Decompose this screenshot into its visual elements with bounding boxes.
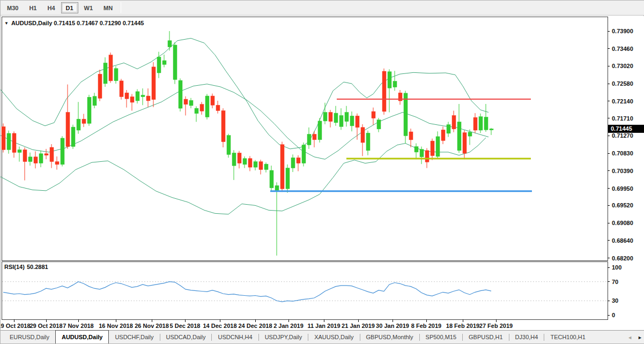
candle-body: [420, 149, 424, 157]
date-tick-label: 18 Feb 2019: [446, 323, 479, 329]
timeframe-button-m30[interactable]: M30: [2, 2, 23, 13]
price-tick-label: 0.68200: [612, 255, 633, 261]
tab-scroll-arrows: ◄ ►: [627, 331, 642, 344]
candle-body: [136, 92, 139, 101]
candle-body: [334, 113, 338, 123]
price-tick-label: 0.72140: [612, 98, 633, 104]
date-tick-label: 11 Jan 2019: [307, 323, 340, 329]
chart-area: 0.739000.734600.730200.725800.721400.717…: [1, 16, 644, 331]
chart-tab-bar: EURUSD,DailyAUDUSD,DailyUSDCHF,DailyUSDC…: [1, 330, 644, 343]
candle-body: [232, 153, 236, 166]
rsi-current-value: 50.2881: [27, 264, 48, 270]
candle-body: [211, 96, 214, 105]
candle-body: [141, 95, 145, 97]
tab-gbpusd-monthly[interactable]: GBPUSD,Monthly: [360, 331, 419, 343]
candle-body: [7, 133, 11, 150]
candle-body: [302, 145, 306, 163]
timeframe-button-mn[interactable]: MN: [99, 2, 117, 13]
date-tick-label: 8 Feb 2019: [411, 323, 441, 329]
tab-usdjpy-daily[interactable]: USDJPY,Daily: [259, 331, 308, 343]
tab-tech100-h1[interactable]: TECH100,H1: [544, 331, 591, 343]
tab-usdchf-daily[interactable]: USDCHF,Daily: [109, 331, 159, 343]
date-tick-label: 14 Dec 2018: [203, 323, 237, 329]
candle-body: [103, 63, 107, 84]
candle-body: [125, 93, 129, 99]
candle-body: [356, 116, 359, 128]
candle-body: [377, 120, 381, 129]
date-tick-label: 16 Nov 2018: [99, 323, 133, 329]
tab-dj30-h4[interactable]: DJ30,H4: [509, 331, 544, 343]
candle-body: [162, 61, 166, 64]
candle-body: [323, 113, 327, 121]
tab-usdcnh-h4[interactable]: USDCNH,H4: [212, 331, 258, 343]
candle-body: [473, 117, 477, 130]
candle-body: [318, 121, 322, 140]
price-tick-label: 0.69950: [612, 185, 633, 192]
price-tick-label: 0.70830: [612, 150, 633, 156]
candle-body: [286, 168, 290, 189]
candle-body: [457, 122, 461, 151]
chart-open-value: 0.71415: [54, 20, 75, 26]
date-tick-label: 27 Feb 2019: [479, 323, 513, 329]
candle-body: [146, 96, 150, 101]
tab-scroll-left-icon[interactable]: ◄: [627, 335, 632, 340]
candle-body: [221, 111, 225, 142]
rsi-tick-label: 0: [612, 312, 615, 318]
candle-body: [409, 132, 413, 140]
chart-symbol-period: AUDUSD,Daily: [11, 20, 52, 26]
candle-body: [350, 116, 354, 126]
tab-gbpusd-h1[interactable]: GBPUSD,H1: [463, 331, 509, 343]
candle-body: [227, 136, 231, 155]
candle-body: [184, 99, 188, 104]
chart-high-value: 0.71467: [77, 20, 98, 26]
candle-body: [345, 113, 349, 122]
price-tick-label: 0.71270: [612, 132, 633, 139]
price-tick-label: 0.69520: [612, 202, 633, 208]
timeframe-button-h1[interactable]: H1: [24, 2, 41, 13]
candle-body: [238, 153, 241, 163]
rsi-indicator-label: RSI(14)50.2881: [4, 264, 50, 270]
candle-body: [87, 97, 91, 123]
candle-body: [339, 116, 343, 127]
date-tick-label: 30 Jan 2019: [376, 323, 409, 329]
timeframe-button-d1[interactable]: D1: [61, 2, 78, 13]
price-tick-label: 0.69080: [612, 220, 633, 226]
rsi-name: RSI(14): [4, 264, 25, 270]
tab-eurusd-daily[interactable]: EURUSD,Daily: [4, 331, 55, 343]
candle-body: [248, 159, 252, 167]
chart-title: ▼AUDUSD,Daily0.714150.714670.712900.7144…: [4, 20, 145, 26]
main-pane-frame: [2, 17, 608, 261]
candle-body: [61, 138, 64, 164]
candle-body: [2, 126, 5, 149]
mt4-window: M30H1H4D1W1MN 0.739000.734600.730200.725…: [0, 0, 644, 344]
candle-body: [109, 55, 113, 81]
timeframe-button-h4[interactable]: H4: [42, 2, 60, 13]
candle-body: [130, 97, 134, 102]
price-tick-label: 0.71710: [612, 115, 633, 122]
candle-body: [93, 96, 97, 106]
tab-sp500-m15[interactable]: SP500,M15: [420, 331, 462, 343]
tab-usdcad-daily[interactable]: USDCAD,Daily: [160, 331, 212, 343]
candle-body: [264, 164, 268, 169]
candle-body: [114, 69, 118, 81]
timeframe-button-w1[interactable]: W1: [79, 2, 98, 13]
candle-body: [463, 133, 467, 154]
chart-low-value: 0.71290: [100, 20, 121, 26]
candle-body: [77, 119, 80, 130]
candle-body: [270, 170, 273, 188]
date-tick-label: 26 Nov 2018: [135, 323, 169, 329]
candle-body: [28, 157, 32, 162]
chart-close-value: 0.71445: [123, 20, 144, 26]
tab-scroll-right-icon[interactable]: ►: [638, 335, 642, 340]
candle-body: [452, 116, 456, 129]
candle-body: [414, 147, 418, 152]
chart-menu-caret-icon[interactable]: ▼: [4, 21, 9, 26]
candle-body: [216, 105, 220, 110]
candle-body: [441, 130, 445, 140]
tab-xauusd-daily[interactable]: XAUUSD,Daily: [308, 331, 359, 343]
date-tick-label: 21 Jan 2019: [342, 323, 375, 329]
candle-body: [189, 100, 193, 106]
tab-audusd-daily[interactable]: AUDUSD,Daily: [55, 330, 109, 343]
candle-body: [372, 111, 375, 118]
rsi-pane-frame: [2, 262, 608, 320]
